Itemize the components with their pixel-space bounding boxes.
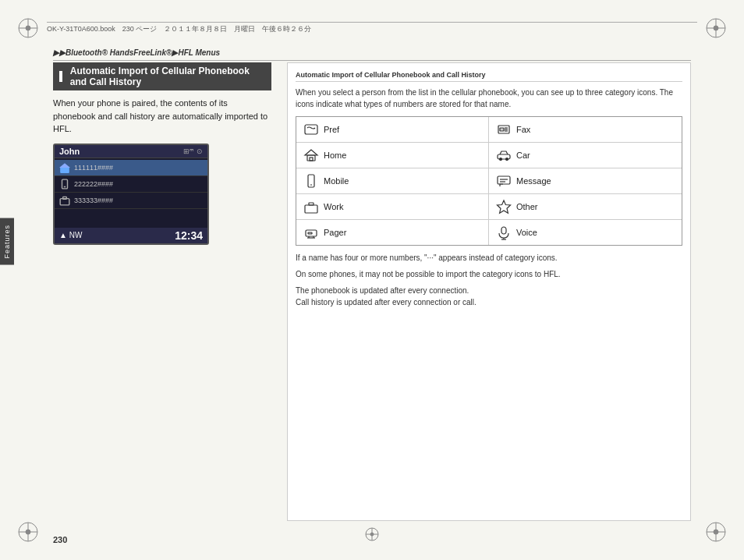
svg-point-53 [370,533,374,536]
svg-point-7 [714,26,718,30]
phone-contact-list: 111111#### 222222#### [55,158,207,211]
home-icon-small [59,162,70,173]
section-title-text: Automatic Import of Cellular Phonebook a… [70,66,265,87]
section-title: Automatic Import of Cellular Phonebook a… [53,62,271,90]
svg-marker-28 [305,150,317,155]
work-icon-small [59,195,70,206]
category-car: Car [489,143,682,168]
work-icon [303,198,320,215]
page-number: 230 [53,535,67,544]
fax-label: Fax [516,125,530,134]
svg-point-32 [500,158,502,161]
left-description: When your phone is paired, the contents … [53,97,271,136]
category-fax: Fax [489,117,682,143]
main-content: Automatic Import of Cellular Phonebook a… [53,62,691,521]
category-pager: Pager [296,220,489,245]
message-icon [495,172,512,190]
phone-list-item-2: 222222#### [55,176,207,193]
phone-number-3: 333333#### [74,197,113,204]
right-column: Automatic Import of Cellular Phonebook a… [287,62,691,521]
right-description: When you select a person from the list i… [296,87,682,110]
phone-bottom-bar: ▲ NW 12:34 [55,228,207,243]
side-tab: Features [0,218,14,265]
corner-mark-br [702,518,730,546]
footnote-1: If a name has four or more numbers, "···… [296,252,682,264]
other-label: Other [516,202,538,211]
category-pref: Pref [296,117,489,143]
phone-number-1: 111111#### [74,164,113,172]
pref-label: Pref [324,125,339,134]
phone-list-item-3: 333333#### [55,193,207,209]
breadcrumb: ▶▶Bluetooth® HandsFreeLink®▶HFL Menus [53,48,691,61]
home-label: Home [324,151,346,160]
print-header: OK-Y-31T0A600.book 230 ページ ２０１１年８月８日 月曜日… [47,22,697,34]
svg-rect-21 [63,197,67,199]
pager-label: Pager [324,228,346,237]
footnote-2: On some phones, it may not be possible t… [296,268,682,280]
category-message: Message [489,168,682,194]
star-icon [495,198,512,215]
work-label: Work [324,202,343,211]
car-icon [495,147,512,164]
fax-icon [495,121,512,138]
corner-mark-tr [702,14,730,42]
svg-rect-30 [310,158,313,161]
svg-rect-43 [308,232,312,234]
car-label: Car [516,151,530,160]
title-bar-decoration [59,71,62,82]
home-icon [303,147,320,164]
phone-status-icons: ⊞ᵐ ⊙ [183,147,203,155]
svg-point-11 [26,530,30,534]
phone-screen-mockup: John ⊞ᵐ ⊙ 111111#### [53,144,209,245]
svg-rect-36 [498,176,510,184]
svg-rect-22 [305,125,317,134]
pager-icon [303,224,320,241]
mobile-icon-small [59,179,70,190]
svg-rect-40 [309,203,314,205]
pref-icon [303,121,320,138]
svg-marker-17 [59,163,70,168]
center-bottom-mark [363,525,381,546]
phone-time: 12:34 [175,229,203,242]
category-voice: Voice [489,220,682,245]
category-grid: Pref Fax [296,116,682,246]
footnote-3: The phonebook is updated after every con… [296,285,682,308]
svg-rect-39 [305,205,317,213]
corner-mark-bl [14,518,42,546]
message-label: Message [516,176,551,186]
phone-number-2: 222222#### [74,180,113,188]
category-mobile: Mobile [296,168,489,194]
right-subtitle: Automatic Import of Cellular Phonebook a… [296,71,682,82]
category-work: Work [296,194,489,220]
svg-rect-34 [308,175,314,187]
voice-icon [495,224,512,241]
svg-rect-24 [500,128,504,131]
phone-network: ▲ NW [59,231,82,239]
mobile-label: Mobile [324,176,349,186]
svg-point-15 [714,530,718,534]
svg-rect-16 [60,166,69,172]
svg-point-3 [26,26,30,30]
svg-point-33 [506,158,508,161]
phone-top-bar: John ⊞ᵐ ⊙ [55,145,207,158]
left-column: Automatic Import of Cellular Phonebook a… [53,62,271,521]
category-home: Home [296,143,489,168]
mobile-icon [303,172,320,190]
svg-rect-47 [501,227,506,234]
category-other: Other [489,194,682,220]
svg-marker-41 [498,200,511,213]
phone-contact-name: John [59,147,80,156]
phone-list-item-1: 111111#### [55,160,207,176]
voice-label: Voice [516,228,537,237]
corner-mark-tl [14,14,42,42]
